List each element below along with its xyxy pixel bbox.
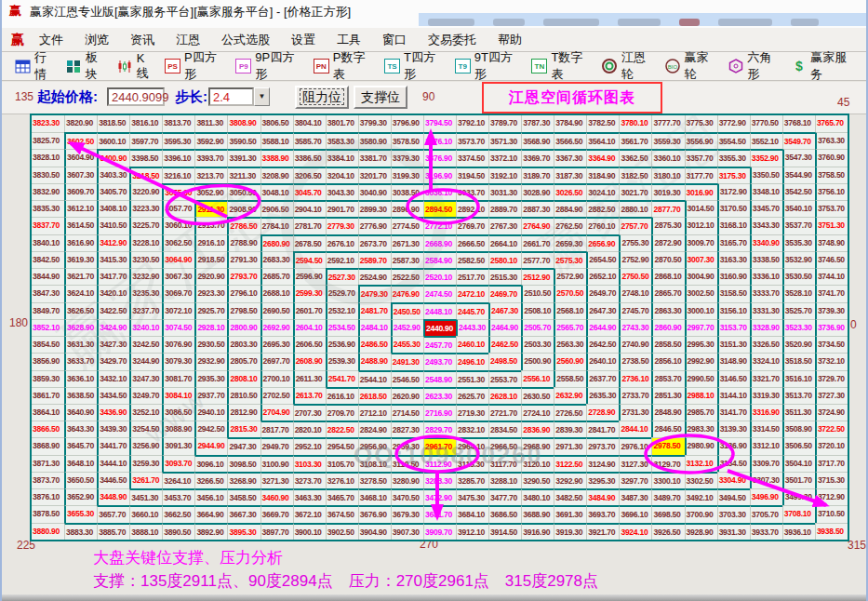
grid-cell: 2575.30 xyxy=(554,251,586,268)
grid-cell: 3436.90 xyxy=(97,404,129,421)
grid-cell: 3585.70 xyxy=(293,132,326,149)
grid-cell: 3211.30 xyxy=(227,167,260,183)
赢家轮-icon: BIO xyxy=(665,59,681,73)
grid-cell: 2700.10 xyxy=(260,370,293,387)
grid-cell: 2505.70 xyxy=(521,319,554,336)
grid-cell: 3573.70 xyxy=(456,132,488,149)
9P四方形-icon: P9 xyxy=(235,59,251,73)
grid-cell: 2889.70 xyxy=(488,200,521,217)
menu-item-窗口[interactable]: 窗口 xyxy=(379,30,410,50)
grid-cell: 3892.90 xyxy=(194,523,227,540)
grid-cell: 3091.30 xyxy=(162,437,194,454)
grid-cell: 3866.50 xyxy=(32,421,64,437)
grid-cell: 3331.30 xyxy=(750,302,782,319)
grid-cell: 3727.30 xyxy=(815,387,848,404)
grid-cell: 3261.70 xyxy=(129,472,162,488)
grid-cell: 3789.70 xyxy=(488,115,521,132)
grid-cell: 3880.90 xyxy=(32,523,64,540)
toolbar-button-P数字表[interactable]: PNP数字表 xyxy=(314,49,376,83)
grid-cell: 3316.90 xyxy=(750,404,782,421)
menu-item-江恩[interactable]: 江恩 xyxy=(172,30,204,50)
grid-cell: 3031.30 xyxy=(488,183,521,200)
grid-cell: 3225.70 xyxy=(129,217,162,234)
grid-cell: 3451.30 xyxy=(129,488,162,505)
menu-item-文件[interactable]: 文件 xyxy=(35,30,67,50)
toolbar-button-赢家轮[interactable]: BIO赢家轮 xyxy=(665,49,720,83)
grid-cell: 2604.10 xyxy=(293,319,326,336)
grid-cell: 3405.70 xyxy=(97,183,129,200)
grid-cell: 3513.70 xyxy=(782,387,815,404)
grid-cell: 3100.90 xyxy=(260,455,293,472)
grid-cell: 3060.10 xyxy=(162,217,194,234)
toolbar-button-江恩轮[interactable]: 江恩轮 xyxy=(602,49,657,83)
T四方形-icon: TS xyxy=(384,59,400,73)
menu-item-设置[interactable]: 设置 xyxy=(287,30,319,50)
grid-cell: 2659.30 xyxy=(554,234,586,251)
menu-item-帮助[interactable]: 帮助 xyxy=(494,30,526,50)
grid-cell: 3763.30 xyxy=(815,132,848,149)
menu-item-交易委托[interactable]: 交易委托 xyxy=(424,30,480,50)
toolbar-button-9P四方形[interactable]: P99P四方形 xyxy=(235,49,304,83)
grid-cell: 3304.90 xyxy=(717,472,750,488)
grid-cell: 2496.10 xyxy=(456,353,488,369)
grid-cell: 3242.50 xyxy=(129,336,162,353)
grid-cell: 3907.30 xyxy=(391,523,423,540)
menu-item-资讯[interactable]: 资讯 xyxy=(127,30,158,50)
grid-cell: 3273.70 xyxy=(293,472,326,488)
toolbar-button-T四方形[interactable]: TST四方形 xyxy=(384,49,447,83)
grid-cell: 2976.10 xyxy=(619,437,651,454)
grid-cell: 3340.90 xyxy=(750,234,782,251)
toolbar-button-六角形[interactable]: 六角形 xyxy=(728,49,783,83)
grid-cell: 3590.50 xyxy=(227,132,260,149)
toolbar-button-P四方形[interactable]: PSP四方形 xyxy=(165,49,227,83)
grid-cell: 2988.10 xyxy=(685,387,717,404)
toolbar-button-板块[interactable]: 板块 xyxy=(66,49,109,83)
combo-dropdown-icon[interactable]: ▼ xyxy=(254,87,270,106)
resistance-button[interactable]: 阻力位 xyxy=(295,86,349,109)
grid-cell: 2791.30 xyxy=(227,251,260,268)
grid-cell: 3156.10 xyxy=(717,302,750,319)
grid-cell: 3153.70 xyxy=(717,319,750,336)
grid-cell: 2932.90 xyxy=(194,353,227,369)
grid-cell: 2832.10 xyxy=(456,421,488,437)
grid-cell: 3626.50 xyxy=(64,302,97,319)
grid-cell: 3667.30 xyxy=(227,505,260,522)
grid-cell: 3232.90 xyxy=(129,268,162,285)
grid-cell: 2618.50 xyxy=(358,387,391,404)
grid-cell: 2584.90 xyxy=(423,251,456,268)
grid-cell: 3650.50 xyxy=(64,472,97,488)
start-price-input[interactable]: 2440.9099 xyxy=(107,87,165,106)
grid-cell: 2752.90 xyxy=(619,251,651,268)
start-price-label: 起始价格: xyxy=(37,88,98,106)
grid-cell: 2779.30 xyxy=(326,217,358,234)
support-button[interactable]: 支撑位 xyxy=(354,86,407,109)
grid-cell: 3235.30 xyxy=(129,285,162,301)
grid-cell: 2956.90 xyxy=(358,437,391,454)
grid-cell: 3124.90 xyxy=(586,455,619,472)
grid-cell: 3859.30 xyxy=(32,370,64,387)
menu-item-浏览[interactable]: 浏览 xyxy=(81,30,113,50)
grid-cell: 3842.50 xyxy=(32,251,64,268)
toolbar-button-T数字表[interactable]: TNT数字表 xyxy=(531,49,594,83)
grid-cell: 2860.90 xyxy=(651,319,684,336)
menu-item-工具[interactable]: 工具 xyxy=(333,30,365,50)
grid-cell: 3458.50 xyxy=(227,488,260,505)
grid-cell: 3691.30 xyxy=(554,505,586,522)
toolbar-button-行情[interactable]: 行情 xyxy=(15,49,58,83)
grid-cell: 3448.90 xyxy=(97,488,129,505)
grid-cell: 3717.70 xyxy=(815,455,848,472)
step-combobox[interactable]: 2.4 ▼ xyxy=(208,87,270,106)
grid-cell: 3835.30 xyxy=(32,200,64,217)
grid-cell: 3792.10 xyxy=(456,115,488,132)
grid-cell: 2872.90 xyxy=(651,234,684,251)
grid-cell: 2517.70 xyxy=(456,268,488,285)
grid-cell: 3818.50 xyxy=(97,115,129,132)
toolbar-button-9T四方形[interactable]: T99T四方形 xyxy=(455,49,524,83)
toolbar-button-K线[interactable]: K线 xyxy=(117,51,156,82)
menu-item-公式选股[interactable]: 公式选股 xyxy=(218,30,274,50)
grid-cell: 3804.10 xyxy=(293,115,326,132)
step-value[interactable]: 2.4 xyxy=(208,87,254,106)
toolbar-button-赢家服务[interactable]: $赢家服务 xyxy=(791,49,858,83)
grid-cell: 2992.90 xyxy=(685,353,717,369)
grid-cell: 3916.90 xyxy=(521,523,554,540)
